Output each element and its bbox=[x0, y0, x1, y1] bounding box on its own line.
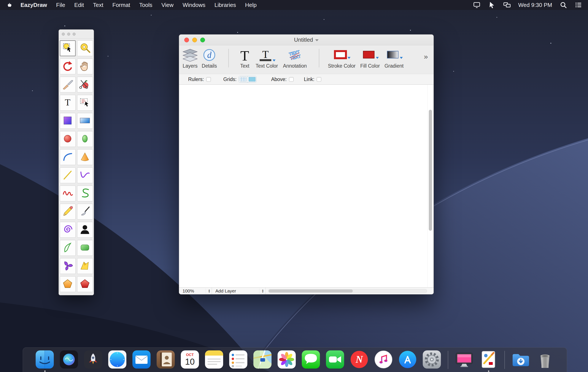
text-button[interactable]: TText bbox=[237, 48, 252, 69]
rounded-rect-tool[interactable] bbox=[77, 240, 93, 256]
menu-app-name[interactable]: EazyDraw bbox=[16, 0, 52, 10]
cone-tool[interactable] bbox=[77, 149, 93, 165]
drawing-canvas[interactable] bbox=[179, 85, 433, 287]
fill-color-button[interactable]: Fill Color bbox=[359, 48, 381, 69]
dock-trash[interactable] bbox=[535, 350, 555, 370]
grid-solid-button[interactable] bbox=[248, 76, 256, 82]
annotation-button[interactable]: TEXTTEXTAnnotation bbox=[281, 48, 309, 69]
close-button[interactable] bbox=[184, 38, 189, 42]
curve-tool[interactable] bbox=[77, 167, 93, 183]
link-checkbox[interactable] bbox=[317, 77, 321, 82]
pentagon-red-tool[interactable] bbox=[77, 276, 93, 292]
dock-news[interactable]: N bbox=[349, 350, 369, 370]
dock-display-app[interactable] bbox=[454, 350, 474, 370]
dock-itunes[interactable] bbox=[374, 350, 393, 370]
cut-tool[interactable] bbox=[77, 77, 93, 93]
text-color-button[interactable]: TText Color bbox=[254, 48, 280, 69]
gradient-button[interactable]: Gradient bbox=[383, 48, 405, 69]
gradient-square-tool[interactable] bbox=[60, 113, 76, 129]
dock-notes[interactable] bbox=[204, 350, 224, 370]
details-button[interactable]: dDetails bbox=[200, 48, 218, 69]
menu-list-icon[interactable] bbox=[575, 1, 582, 9]
menu-file[interactable]: File bbox=[52, 0, 70, 10]
search-icon[interactable] bbox=[559, 1, 567, 9]
dock-maps[interactable] bbox=[252, 350, 273, 370]
above-checkbox[interactable] bbox=[289, 77, 294, 82]
dock-mail[interactable] bbox=[132, 350, 151, 370]
select-tool[interactable] bbox=[60, 40, 76, 56]
dock-reminders[interactable] bbox=[228, 350, 248, 370]
leaf-tool[interactable] bbox=[60, 240, 76, 256]
fold-arrow-tool[interactable] bbox=[77, 258, 93, 274]
dock-calendar[interactable]: OCT10 bbox=[180, 350, 200, 370]
display-icon[interactable] bbox=[473, 1, 481, 9]
svg-text:T: T bbox=[65, 97, 70, 107]
dock-photos[interactable] bbox=[277, 350, 297, 370]
rulers-checkbox[interactable] bbox=[206, 77, 211, 82]
arc-tool[interactable] bbox=[60, 149, 76, 165]
stroke-color-button[interactable]: Stroke Color bbox=[327, 48, 356, 69]
menu-libraries[interactable]: Libraries bbox=[210, 0, 241, 10]
palette-zoom-button[interactable] bbox=[73, 33, 76, 36]
fold-arrow-yellow-icon bbox=[79, 260, 91, 273]
dock-launchpad[interactable] bbox=[83, 350, 103, 370]
zoom-control[interactable]: 100% ▲▼ bbox=[179, 287, 212, 294]
vertical-scrollbar-thumb[interactable] bbox=[429, 110, 432, 231]
ellipse-tool[interactable] bbox=[77, 131, 93, 147]
dock-downloads[interactable] bbox=[511, 350, 531, 370]
text-box-tool[interactable] bbox=[77, 95, 93, 111]
layer-menu[interactable]: Add Layer ▲▼ bbox=[212, 287, 265, 294]
circle-tool[interactable] bbox=[60, 131, 76, 147]
pan-tool[interactable] bbox=[77, 59, 93, 74]
menu-tools[interactable]: Tools bbox=[135, 0, 157, 10]
silhouette-tool[interactable] bbox=[77, 222, 93, 238]
pointer-icon[interactable] bbox=[488, 1, 496, 9]
dock-eazydraw[interactable] bbox=[478, 350, 498, 370]
horizontal-scrollbar[interactable] bbox=[268, 289, 427, 293]
menu-format[interactable]: Format bbox=[108, 0, 135, 10]
palette-close-button[interactable] bbox=[62, 33, 65, 36]
grid-lines-button[interactable] bbox=[239, 76, 248, 82]
gradient-rect-tool[interactable] bbox=[77, 113, 93, 129]
menu-windows[interactable]: Windows bbox=[178, 0, 210, 10]
squiggle-tool[interactable] bbox=[60, 186, 76, 201]
dock-facetime[interactable] bbox=[325, 350, 345, 370]
pencil-tool[interactable] bbox=[60, 204, 76, 220]
dock-appstore[interactable] bbox=[398, 350, 418, 370]
minimize-button[interactable] bbox=[192, 38, 197, 42]
line-tool[interactable] bbox=[60, 167, 76, 183]
pinwheel-purple-icon bbox=[62, 260, 74, 273]
menu-bar-clock[interactable]: Wed 9:30 PM bbox=[518, 2, 552, 8]
text-tool[interactable]: T bbox=[60, 95, 76, 111]
s-curve-tool[interactable] bbox=[77, 186, 93, 201]
horizontal-scrollbar-thumb[interactable] bbox=[269, 289, 353, 293]
zoom-button[interactable] bbox=[200, 38, 205, 42]
apple-menu[interactable] bbox=[6, 1, 13, 9]
layers-button[interactable]: Layers bbox=[181, 48, 199, 69]
brush-tool[interactable] bbox=[77, 204, 93, 220]
toolbar-overflow-button[interactable]: » bbox=[424, 52, 428, 61]
pentagon-orange-tool[interactable] bbox=[60, 276, 76, 292]
displays-icon[interactable] bbox=[503, 1, 511, 9]
knife-tool[interactable] bbox=[60, 77, 76, 93]
spiral-tool[interactable] bbox=[60, 222, 76, 238]
menu-edit[interactable]: Edit bbox=[70, 0, 89, 10]
rotate-tool[interactable] bbox=[60, 59, 76, 74]
pinwheel-tool[interactable] bbox=[60, 258, 76, 274]
dock-messages[interactable] bbox=[301, 350, 321, 370]
menu-text[interactable]: Text bbox=[89, 0, 108, 10]
layer-stepper[interactable]: ▲▼ bbox=[259, 289, 264, 293]
dock-finder[interactable] bbox=[35, 350, 55, 370]
vertical-scrollbar[interactable] bbox=[427, 85, 433, 287]
dock-safari[interactable] bbox=[107, 350, 127, 370]
dock-system-preferences[interactable] bbox=[422, 350, 442, 370]
zoom-stepper[interactable]: ▲▼ bbox=[206, 289, 210, 293]
window-title[interactable]: Untitled bbox=[294, 36, 319, 43]
palette-minimize-button[interactable] bbox=[67, 33, 70, 36]
dock-siri[interactable] bbox=[59, 350, 79, 370]
menu-view[interactable]: View bbox=[157, 0, 178, 10]
menu-help[interactable]: Help bbox=[241, 0, 261, 10]
measure-tool[interactable] bbox=[77, 40, 93, 56]
marquee-select-icon bbox=[62, 42, 74, 55]
dock-contacts[interactable] bbox=[156, 350, 176, 370]
